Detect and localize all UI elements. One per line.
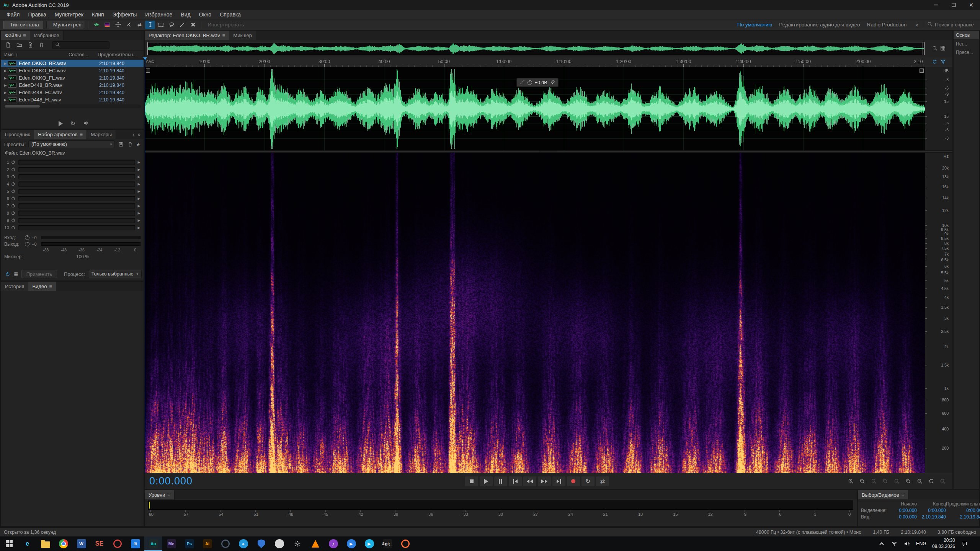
open-file-icon[interactable] [16,42,23,49]
save-preset-icon[interactable] [118,141,124,148]
zoom-selection-right-button[interactable] [892,477,902,486]
taskbar-app-firefox[interactable] [396,536,414,551]
menu-favorites[interactable]: Избранное [141,10,176,19]
column-name[interactable]: Имя [4,52,13,57]
effect-slot[interactable]: 5▶ [3,187,141,195]
taskbar-app-chrome[interactable] [54,536,72,551]
hud-gain-knob[interactable] [528,80,532,85]
menu-window[interactable]: Окно [195,10,216,19]
power-icon[interactable] [11,160,17,165]
pin-icon[interactable] [550,80,555,86]
rack-list-icon[interactable]: ≣ [14,271,18,277]
slot-arrow-icon[interactable]: ▶ [137,204,141,208]
overview-grid-icon[interactable] [940,46,946,52]
power-icon[interactable] [11,218,17,223]
expand-arrow-icon[interactable]: ▶ [3,69,8,73]
overview-navigator[interactable] [147,42,925,55]
invert-button[interactable]: Инвертировать [204,22,247,28]
move-tool[interactable] [113,21,123,29]
overview-zoom-icon[interactable] [932,46,938,52]
file-row[interactable]: ▶EdenD448_BR.wav2:10:19.840 [1,82,144,89]
panel-menu-icon[interactable]: ≡ [80,132,83,137]
slot-arrow-icon[interactable]: ▶ [137,175,141,179]
taskbar-app-adobe-media-encoder[interactable]: Me [162,536,180,551]
slot-box[interactable] [18,174,135,179]
effect-slot[interactable]: 4▶ [3,180,141,187]
taskbar-app-video-player[interactable]: ▶ [342,536,360,551]
tab-markers[interactable]: Маркеры [87,130,116,139]
expand-arrow-icon[interactable]: ▶ [3,62,8,65]
effect-slot[interactable]: 10▶ [3,224,141,231]
slot-arrow-icon[interactable]: ▶ [137,197,141,201]
effect-slot[interactable]: 6▶ [3,195,141,202]
zoom-amplitude-in-button[interactable] [903,477,913,486]
paintbrush-selection-tool[interactable] [177,21,187,29]
taskbar-app-terminal[interactable]: &gt;_ [378,536,396,551]
taskbar-app-sublime-editor[interactable]: SE [90,536,108,551]
taskbar-app-file-explorer[interactable] [36,536,54,551]
workspace-overflow-icon[interactable]: » [915,22,918,28]
file-row[interactable]: ▶Eden.OKKO_BR.wav2:10:19.840 [1,60,144,67]
network-icon[interactable] [891,540,898,547]
file-row[interactable]: ▶Eden.OKKO_FL.wav2:10:19.840 [1,74,144,82]
power-icon[interactable] [11,196,17,201]
maximize-button[interactable] [945,0,962,10]
tab-effects-rack[interactable]: Набор эффектов ≡ [34,130,87,139]
taskbar-app-adobe-illustrator[interactable]: Ai [198,536,216,551]
language-indicator[interactable]: ENG [916,541,926,546]
gain-hud[interactable]: +0 dB [516,78,559,87]
panel-menu-icon[interactable]: ≡ [222,33,225,38]
expand-arrow-icon[interactable]: ▶ [3,76,8,80]
import-file-icon[interactable] [27,42,34,49]
menu-multitrack[interactable]: Мультитрек [51,10,88,19]
slot-arrow-icon[interactable]: ▶ [137,168,141,171]
expand-arrow-icon[interactable]: ▶ [3,91,8,95]
play-button[interactable] [480,476,493,486]
tab-selection-view[interactable]: Выбор/Видимое ≡ [858,490,908,499]
zoom-amplitude-out-button[interactable] [915,477,925,486]
file-row[interactable]: ▶EdenD448_FC.wav2:10:19.840 [1,89,144,96]
spot-healing-brush-tool[interactable] [188,21,198,29]
menu-edit[interactable]: Правка [24,10,50,19]
trash-icon[interactable] [38,42,45,49]
help-search[interactable]: Поиск в справке [927,21,974,28]
taskbar-app-adobe-photoshop[interactable]: Ps [180,536,198,551]
slot-arrow-icon[interactable]: ▶ [137,211,141,215]
spectral-display[interactable] [145,153,925,473]
tab-mixer[interactable]: Микшер [229,31,256,40]
panel-menu-icon[interactable]: ≡ [23,33,26,38]
fast-forward-button[interactable] [538,476,551,486]
play-button[interactable] [59,121,63,126]
overview-waveform-canvas[interactable] [147,42,924,55]
power-icon[interactable] [11,181,17,187]
power-icon[interactable] [11,203,17,209]
loop-button[interactable]: ↻ [581,476,595,486]
workspace-2[interactable]: Редактирование аудио для видео [779,22,860,28]
time-display[interactable]: 0:00.000 [149,475,276,487]
ruler-filter-icon[interactable] [941,59,946,65]
taskbar-app-opera-browser[interactable] [108,536,126,551]
slot-box[interactable] [18,196,135,201]
tabs-overflow-icon[interactable]: » [137,131,140,137]
slot-box[interactable] [18,181,135,187]
slot-arrow-icon[interactable]: ▶ [137,218,141,222]
tab-editor[interactable]: Редактор: Eden.OKKO_BR.wav ≡ [145,31,229,40]
notification-center-icon[interactable] [961,540,968,547]
playhead-marker[interactable] [143,57,147,60]
rack-power-icon[interactable] [4,271,11,277]
menu-effects[interactable]: Эффекты [108,10,141,19]
lasso-selection-tool[interactable] [167,21,176,29]
dock-item-2[interactable]: Нет... [954,40,979,48]
zoom-full-button[interactable] [938,477,948,486]
slot-arrow-icon[interactable]: ▶ [137,160,141,164]
close-button[interactable]: × [962,0,980,10]
autoplay-speaker-icon[interactable] [83,120,89,127]
menu-file[interactable]: Файл [2,10,24,19]
slot-box[interactable] [18,218,135,223]
overview-left-handle[interactable] [147,42,149,55]
panel-menu-icon[interactable]: ≡ [167,492,170,498]
power-icon[interactable] [11,189,17,194]
file-row[interactable]: ▶EdenD448_FL.wav2:10:19.840 [1,96,144,103]
effect-slot[interactable]: 7▶ [3,202,141,209]
delete-preset-icon[interactable] [127,141,133,148]
